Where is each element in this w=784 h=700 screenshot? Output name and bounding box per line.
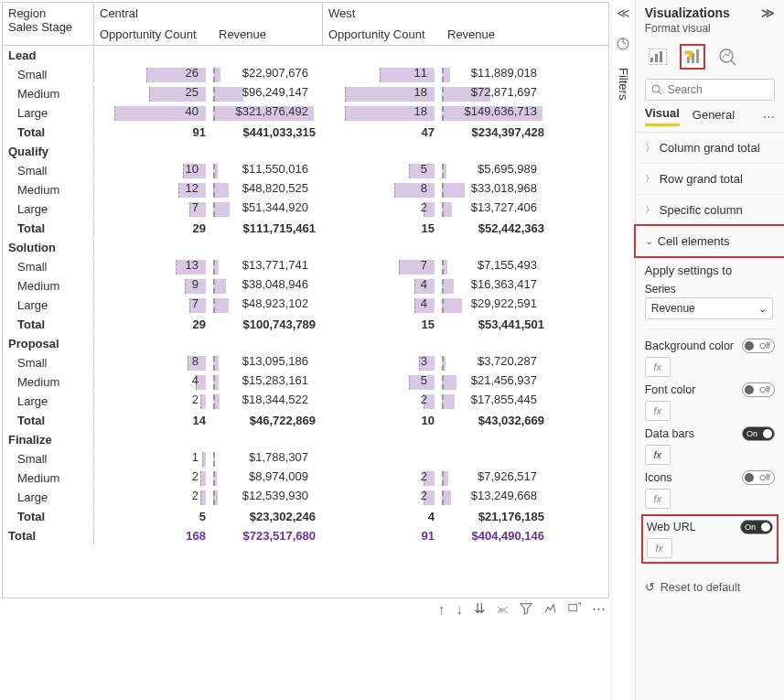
data-cell[interactable]: 3 [323, 354, 442, 372]
collapse-icon[interactable]: ≪ [617, 5, 630, 20]
data-cell[interactable]: 2 [94, 393, 213, 411]
search-box[interactable] [645, 79, 775, 101]
data-cell[interactable]: $11,889,018 [442, 66, 552, 84]
data-cell[interactable]: 4 [323, 296, 442, 315]
data-cell[interactable]: 2 [323, 469, 442, 488]
drill-up-icon[interactable]: ↑ [438, 601, 446, 617]
data-cell[interactable]: 5 [323, 373, 442, 392]
filters-glyph-icon[interactable] [616, 37, 630, 51]
data-cell[interactable]: 2 [323, 489, 442, 507]
table-row[interactable]: Large 40 $321,876,492 18 $149,636,713 [3, 103, 608, 123]
data-cell[interactable]: $96,249,147 [213, 85, 323, 103]
data-cell[interactable]: 2 [323, 393, 442, 411]
subtotal-row[interactable]: Total 5 $23,302,246 4 $21,176,185 [3, 507, 608, 526]
expand-down-icon[interactable]: ⇊ [474, 600, 486, 617]
data-cell[interactable]: 40 [94, 104, 213, 123]
expand-all-icon[interactable]: ⩙ [497, 602, 509, 616]
format-visual-icon[interactable] [680, 44, 705, 70]
more-icon[interactable]: ⋯ [592, 600, 606, 617]
data-cell[interactable]: $149,636,713 [442, 104, 552, 123]
data-cell[interactable]: $72,871,697 [442, 85, 552, 103]
data-cell[interactable]: 9 [94, 277, 213, 296]
data-cell[interactable]: $5,695,989 [442, 162, 552, 180]
stage-header[interactable]: Finalize [3, 431, 94, 448]
stage-header[interactable]: Lead [3, 47, 94, 64]
table-row[interactable]: Small 8 $13,095,186 3 $3,720,287 [3, 353, 608, 372]
data-cell[interactable]: $22,907,676 [213, 66, 323, 84]
tab-more-icon[interactable]: ⋯ [763, 110, 775, 124]
data-cell[interactable]: 18 [323, 85, 442, 103]
data-cell[interactable]: $13,771,741 [213, 258, 323, 276]
data-cell[interactable]: $15,283,161 [213, 373, 323, 392]
data-cell[interactable]: 4 [94, 373, 213, 392]
stage-header[interactable]: Qualify [3, 143, 94, 160]
build-visual-icon[interactable] [645, 44, 671, 70]
databars-fx[interactable]: fx [645, 445, 671, 465]
data-cell[interactable]: $29,922,591 [442, 296, 552, 315]
section-row-grand-total[interactable]: 〉Row grand total [636, 164, 784, 195]
data-cell[interactable]: $12,539,930 [213, 489, 323, 507]
reset-to-default[interactable]: ↺ Reset to default [636, 571, 784, 603]
table-row[interactable]: Large 7 $48,923,102 4 $29,922,591 [3, 296, 608, 315]
table-row[interactable]: Medium 4 $15,283,161 5 $21,456,937 [3, 372, 608, 392]
bg-color-toggle[interactable]: Off [742, 339, 775, 353]
data-cell[interactable]: $7,926,517 [442, 469, 552, 488]
data-cell[interactable]: $21,456,937 [442, 373, 552, 392]
data-cell[interactable]: $13,249,668 [442, 489, 552, 507]
data-cell[interactable]: 8 [323, 181, 442, 199]
data-cell[interactable]: $33,018,968 [442, 181, 552, 199]
data-cell[interactable]: $321,876,492 [213, 104, 323, 123]
icons-fx[interactable]: fx [645, 489, 671, 509]
data-cell[interactable]: 26 [94, 66, 213, 84]
search-input[interactable] [668, 83, 768, 96]
data-cell[interactable]: 18 [323, 104, 442, 123]
data-cell[interactable]: 2 [323, 200, 442, 219]
weburl-toggle[interactable]: On [740, 520, 773, 534]
data-cell[interactable]: 7 [323, 258, 442, 276]
stage-header[interactable]: Proposal [3, 335, 94, 352]
tab-visual[interactable]: Visual [645, 106, 680, 126]
data-cell[interactable]: 25 [94, 85, 213, 103]
bg-color-fx[interactable]: fx [645, 357, 671, 377]
section-specific-column[interactable]: 〉Specific column [636, 195, 784, 226]
focus-icon[interactable] [568, 602, 581, 615]
font-color-fx[interactable]: fx [645, 401, 671, 421]
data-cell[interactable]: 13 [94, 258, 213, 276]
data-cell[interactable]: $51,344,920 [213, 200, 323, 219]
data-cell[interactable]: $7,155,493 [442, 258, 552, 276]
section-cell-elements[interactable]: ⌄Cell elements [634, 224, 784, 258]
data-cell[interactable] [323, 450, 442, 468]
data-cell[interactable]: 7 [94, 296, 213, 315]
databars-toggle[interactable]: On [742, 426, 775, 441]
table-row[interactable]: Large 7 $51,344,920 2 $13,727,406 [3, 199, 608, 219]
tab-general[interactable]: General [693, 108, 735, 125]
data-cell[interactable]: $16,363,417 [442, 277, 552, 296]
filter-icon[interactable] [520, 602, 532, 615]
matrix-visual[interactable]: Region Sales Stage Central West Opportun… [2, 2, 609, 598]
data-cell[interactable]: 10 [94, 162, 213, 180]
table-row[interactable]: Small 13 $13,771,741 7 $7,155,493 [3, 257, 608, 276]
data-cell[interactable]: $1,788,307 [213, 450, 323, 468]
filters-tab[interactable]: Filters [617, 68, 630, 100]
grand-total-row[interactable]: Total 168 $723,517,680 91 $404,490,146 [3, 526, 608, 545]
table-row[interactable]: Medium 25 $96,249,147 18 $72,871,697 [3, 84, 608, 103]
data-cell[interactable]: $13,727,406 [442, 200, 552, 219]
data-cell[interactable]: 5 [323, 162, 442, 180]
section-column-grand-total[interactable]: 〉Column grand total [636, 133, 784, 164]
measure-rev-1[interactable]: Revenue [213, 24, 323, 45]
data-cell[interactable]: $8,974,009 [213, 469, 323, 488]
data-cell[interactable]: $17,855,445 [442, 393, 552, 411]
subtotal-row[interactable]: Total 14 $46,722,869 10 $43,032,669 [3, 411, 608, 430]
table-row[interactable]: Large 2 $12,539,930 2 $13,249,668 [3, 488, 608, 507]
data-cell[interactable] [442, 450, 552, 468]
series-dropdown[interactable]: Revenue ⌄ [645, 297, 773, 319]
region-header-west[interactable]: West [323, 3, 552, 24]
data-cell[interactable]: 8 [94, 354, 213, 372]
data-cell[interactable]: $18,344,522 [213, 393, 323, 411]
table-row[interactable]: Small 1 $1,788,307 [3, 449, 608, 468]
table-row[interactable]: Large 2 $18,344,522 2 $17,855,445 [3, 392, 608, 411]
stage-header[interactable]: Solution [3, 239, 94, 256]
data-cell[interactable]: 12 [94, 181, 213, 199]
measure-oc-1[interactable]: Opportunity Count [94, 24, 213, 45]
subtotal-row[interactable]: Total 29 $111,715,461 15 $52,442,363 [3, 219, 608, 238]
